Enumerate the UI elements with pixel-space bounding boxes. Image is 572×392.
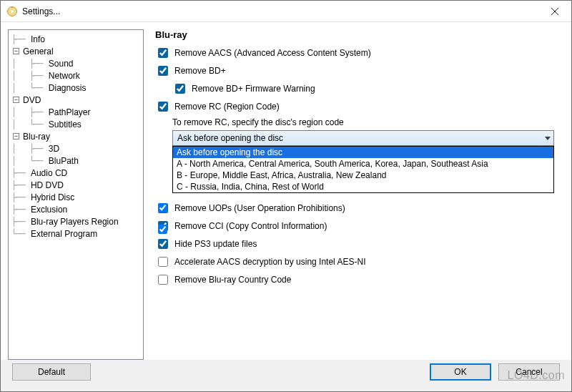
tree-item[interactable]: ├── Audio CD <box>11 167 142 179</box>
region-code-option[interactable]: C - Russia, India, China, Rest of World <box>173 181 553 192</box>
tree-item-label: General <box>21 46 55 57</box>
tree-item[interactable]: ├── HD DVD <box>11 179 142 191</box>
remove-country-code-label: Remove Blu-ray Country Code <box>174 275 291 285</box>
tree-item[interactable]: │ ├── PathPlayer <box>11 106 142 118</box>
region-code-option[interactable]: Ask before opening the disc <box>173 147 553 158</box>
region-code-combobox[interactable]: Ask before opening the disc <box>172 130 554 146</box>
tree-item-label: Blu-ray <box>21 132 51 142</box>
remove-uops-checkbox[interactable]: Remove UOPs (User Operation Prohibitions… <box>155 201 560 215</box>
tree-item-label: Audio CD <box>29 168 69 178</box>
titlebar: Settings... <box>1 1 571 22</box>
tree-item[interactable]: ├── Hybrid Disc <box>11 191 142 203</box>
tree-item[interactable]: │ ├── Network <box>11 69 142 82</box>
tree-item-label: Subtitles <box>47 119 83 129</box>
remove-bdplus-fw-input[interactable] <box>175 84 185 94</box>
tree-expander-icon[interactable]: − <box>13 48 19 54</box>
tree-item-label: External Program <box>29 229 99 239</box>
tree-item[interactable]: −General <box>11 45 142 57</box>
tree-item-label: DVD <box>21 95 42 105</box>
tree-item[interactable]: ├── Blu-ray Players Region <box>11 215 142 227</box>
navigation-tree[interactable]: ├── Info−General│ ├── Sound│ ├── Network… <box>8 29 144 360</box>
body: ├── Info−General│ ├── Sound│ ├── Network… <box>1 22 571 360</box>
cancel-button[interactable]: Cancel <box>498 363 560 381</box>
svg-point-1 <box>11 10 14 13</box>
tree-item-label: Blu-ray Players Region <box>29 217 120 227</box>
hide-ps3-checkbox[interactable]: Hide PS3 update files <box>155 237 560 251</box>
accel-aacs-checkbox[interactable]: Accelerate AACS decryption by using Inte… <box>155 255 560 269</box>
tree-item-label: PathPlayer <box>47 107 92 117</box>
remove-country-code-input[interactable] <box>158 275 168 285</box>
remove-aacs-input[interactable] <box>158 48 168 58</box>
remove-uops-label: Remove UOPs (User Operation Prohibitions… <box>174 203 345 213</box>
tree-item-label: Info <box>29 34 46 44</box>
tree-item-label: Sound <box>47 59 75 69</box>
tree-item[interactable]: └── External Program <box>11 227 142 240</box>
app-icon <box>6 6 18 17</box>
tree-expander-icon[interactable]: − <box>13 97 19 103</box>
remove-cci-checkbox[interactable]: Remove CCI (Copy Control Information) <box>155 219 560 233</box>
remove-bdplus-fw-label: Remove BD+ Firmware Warning <box>192 84 315 94</box>
tree-item[interactable]: │ └── Subtitles <box>11 118 142 130</box>
tree-item-label: 3D <box>47 144 61 154</box>
tree-item[interactable]: ├── Exclusion <box>11 203 142 215</box>
tree-expander-icon[interactable]: − <box>13 133 19 139</box>
tree-item[interactable]: ├── Info <box>11 33 142 45</box>
chevron-down-icon <box>545 133 551 143</box>
tree-item[interactable]: −DVD <box>11 94 142 106</box>
accel-aacs-label: Accelerate AACS decryption by using Inte… <box>174 257 365 267</box>
tree-item-label: HD DVD <box>29 180 65 190</box>
tree-item-label: Network <box>47 71 82 81</box>
region-code-dropdown[interactable]: Ask before opening the discA - North Ame… <box>172 146 554 193</box>
tree-item[interactable]: │ └── Diagnosis <box>11 82 142 94</box>
hide-ps3-input[interactable] <box>158 239 168 249</box>
accel-aacs-input[interactable] <box>158 257 168 267</box>
remove-bdplus-checkbox[interactable]: Remove BD+ <box>155 64 560 78</box>
tree-item-label: BluPath <box>47 156 80 166</box>
remove-aacs-label: Remove AACS (Advanced Access Content Sys… <box>174 48 371 58</box>
rc-subtext: To remove RC, specify the disc's region … <box>172 117 560 127</box>
hide-ps3-label: Hide PS3 update files <box>174 239 257 249</box>
close-icon <box>551 8 558 15</box>
obscured-checkbox-1[interactable] <box>155 201 169 215</box>
tree-item-label: Diagnosis <box>47 83 88 93</box>
window-title: Settings... <box>22 6 538 16</box>
region-code-option[interactable]: A - North America, Central America, Sout… <box>173 158 553 170</box>
obscured-checkbox-2[interactable] <box>155 222 169 236</box>
tree-item[interactable]: −Blu-ray <box>11 130 142 142</box>
cancel-button-label: Cancel <box>516 367 542 377</box>
remove-rc-label: Remove RC (Region Code) <box>174 102 280 112</box>
region-code-value: Ask before opening the disc <box>177 133 283 143</box>
tree-item-label: Exclusion <box>29 205 69 215</box>
tree-item[interactable]: │ ├── Sound <box>11 57 142 69</box>
remove-aacs-checkbox[interactable]: Remove AACS (Advanced Access Content Sys… <box>155 46 560 60</box>
ok-button[interactable]: OK <box>430 363 491 381</box>
content-panel: Blu-ray Remove AACS (Advanced Access Con… <box>151 29 564 360</box>
remove-cci-label: Remove CCI (Copy Control Information) <box>174 221 327 231</box>
ok-button-label: OK <box>454 367 466 377</box>
close-button[interactable] <box>538 1 571 22</box>
remove-rc-checkbox[interactable]: Remove RC (Region Code) <box>155 99 560 114</box>
remove-country-code-checkbox[interactable]: Remove Blu-ray Country Code <box>155 273 560 287</box>
remove-bdplus-input[interactable] <box>158 66 168 76</box>
default-button-label: Default <box>38 367 65 377</box>
remove-bdplus-fw-checkbox[interactable]: Remove BD+ Firmware Warning <box>172 82 560 96</box>
settings-window: Settings... ├── Info−General│ ├── Sound│… <box>0 0 572 392</box>
footer: Default OK Cancel <box>1 360 571 391</box>
tree-item[interactable]: │ ├── 3D <box>11 142 142 155</box>
remove-bdplus-label: Remove BD+ <box>174 66 226 76</box>
remove-rc-input[interactable] <box>158 102 168 112</box>
region-code-option[interactable]: B - Europe, Middle East, Africa, Austral… <box>173 170 553 181</box>
tree-item-label: Hybrid Disc <box>29 192 76 202</box>
default-button[interactable]: Default <box>12 363 91 381</box>
section-title: Blu-ray <box>155 29 560 40</box>
tree-item[interactable]: │ └── BluPath <box>11 155 142 167</box>
